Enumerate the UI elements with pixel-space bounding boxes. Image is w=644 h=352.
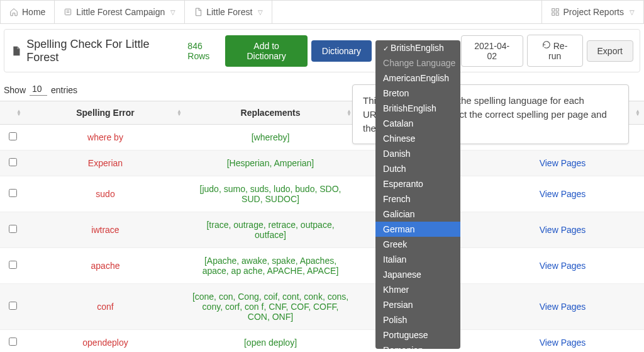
sort-icon: ▲▼ <box>635 110 640 116</box>
row-checkbox[interactable] <box>9 132 17 140</box>
nav-home[interactable]: Home <box>1 1 55 23</box>
nav-reports-label: Project Reports <box>564 7 624 17</box>
language-option[interactable]: Danish <box>375 146 460 161</box>
grid-icon <box>551 8 560 16</box>
language-option[interactable]: Italian <box>375 252 460 267</box>
svg-rect-4 <box>556 9 558 11</box>
svg-rect-6 <box>556 13 558 15</box>
svg-rect-5 <box>552 13 554 15</box>
sort-icon: ▲▼ <box>16 110 21 116</box>
nav-campaign[interactable]: Little Forest Campaign ▽ <box>55 1 185 23</box>
page-icon <box>11 45 21 57</box>
col-spelling-error[interactable]: Spelling Error▲▼ <box>25 101 186 125</box>
table-row: apache[Apache, awake, spake, Apaches, ap… <box>0 248 644 284</box>
campaign-icon <box>64 8 72 16</box>
language-option[interactable]: Persian <box>375 297 460 312</box>
home-icon <box>9 8 18 16</box>
page-title: Spelling Check For Little Forest <box>26 38 179 64</box>
svg-rect-3 <box>552 9 554 11</box>
sort-icon: ▲▼ <box>177 110 182 116</box>
chevron-down-icon: ▽ <box>630 9 635 16</box>
replacements-cell: [Hesperian, Amperian] <box>186 150 355 176</box>
language-option[interactable]: Esperanto <box>375 176 460 191</box>
language-option[interactable]: Breton <box>375 86 460 101</box>
spelling-error-cell: conf <box>25 284 186 330</box>
spelling-error-cell: apache <box>25 248 186 284</box>
language-option[interactable]: Portuguese <box>375 327 460 343</box>
spelling-error-cell: opendeploy <box>25 330 186 353</box>
spelling-error-cell: Experian <box>25 150 186 176</box>
nav-forest[interactable]: Little Forest ▽ <box>185 1 272 23</box>
language-option[interactable]: German <box>375 222 460 237</box>
add-to-dictionary-button[interactable]: Add to Dictionary <box>225 35 307 67</box>
language-option[interactable]: Galician <box>375 207 460 222</box>
view-pages-link[interactable]: View Pages <box>540 302 586 312</box>
entries-show-label: Show <box>4 85 26 95</box>
replacements-cell: [whereby] <box>186 125 355 150</box>
replacements-cell: [cone, con, Cong, coif, cont, conk, cons… <box>186 284 355 330</box>
spelling-error-cell: where by <box>25 125 186 150</box>
row-checkbox[interactable] <box>9 189 17 197</box>
table-row: conf[cone, con, Cong, coif, cont, conk, … <box>0 284 644 330</box>
language-option[interactable]: Greek <box>375 237 460 252</box>
chevron-down-icon: ▽ <box>170 9 175 16</box>
language-option-selected[interactable]: BritishEnglish <box>375 40 460 55</box>
row-checkbox[interactable] <box>9 261 17 269</box>
nav-campaign-label: Little Forest Campaign <box>76 7 165 17</box>
rerun-button[interactable]: Re-run <box>527 35 583 67</box>
table-row: sudo[judo, sumo, suds, ludo, budo, SDO, … <box>0 176 644 212</box>
nav-home-label: Home <box>22 7 45 17</box>
replacements-cell: [Apache, awake, spake, Apaches, apace, a… <box>186 248 355 284</box>
language-dropdown: BritishEnglish Change Language AmericanE… <box>375 40 460 349</box>
language-option[interactable]: Chinese <box>375 131 460 146</box>
language-option[interactable]: Khmer <box>375 282 460 297</box>
row-checkbox[interactable] <box>9 158 17 166</box>
dictionary-button[interactable]: Dictionary <box>311 40 372 62</box>
page-header: Spelling Check For Little Forest 846 Row… <box>4 29 640 72</box>
language-option[interactable]: AmericanEnglish <box>375 71 460 86</box>
view-pages-link[interactable]: View Pages <box>540 261 586 271</box>
view-pages-link[interactable]: View Pages <box>540 338 586 348</box>
view-pages-link[interactable]: View Pages <box>540 225 586 235</box>
spelling-error-cell: sudo <box>25 176 186 212</box>
table-row: Experian[Hesperian, Amperian]View Pages <box>0 150 644 176</box>
nav-forest-label: Little Forest <box>206 7 252 17</box>
replacements-cell: [open deploy] <box>186 330 355 353</box>
row-checkbox[interactable] <box>9 338 17 346</box>
entries-count-select[interactable]: 10 <box>30 84 47 96</box>
language-option[interactable]: BritishEnglish <box>375 101 460 116</box>
entries-label: entries <box>51 85 77 95</box>
rerun-label: Re-run <box>548 41 567 61</box>
language-option[interactable]: Polish <box>375 312 460 327</box>
view-pages-link[interactable]: View Pages <box>540 158 586 168</box>
col-replacements[interactable]: Replacements▲▼ <box>186 101 355 125</box>
top-nav: Home Little Forest Campaign ▽ Little For… <box>0 0 644 24</box>
sort-icon: ▲▼ <box>347 110 352 116</box>
table-row: iwtrace[trace, outrage, retrace, outpace… <box>0 212 644 248</box>
view-pages-link[interactable]: View Pages <box>540 189 586 199</box>
replacements-cell: [trace, outrage, retrace, outpace, outfa… <box>186 212 355 248</box>
table-row: opendeploy[open deploy]View Pages <box>0 330 644 353</box>
language-change-label: Change Language <box>375 55 460 71</box>
svg-rect-0 <box>65 9 71 14</box>
reload-icon <box>542 40 551 49</box>
col-checkbox[interactable]: ▲▼ <box>0 101 25 125</box>
replacements-cell: [judo, sumo, suds, ludo, budo, SDO, SUD,… <box>186 176 355 212</box>
nav-spacer <box>272 1 541 23</box>
table-body: where by[whereby]View PagesExperian[Hesp… <box>0 125 644 353</box>
chevron-down-icon: ▽ <box>258 9 263 16</box>
language-option[interactable]: Dutch <box>375 161 460 176</box>
row-checkbox[interactable] <box>9 225 17 233</box>
doc-icon <box>194 8 203 16</box>
export-button[interactable]: Export <box>587 40 633 62</box>
language-option-list: AmericanEnglishBretonBritishEnglishCatal… <box>375 71 460 349</box>
language-option[interactable]: French <box>375 191 460 207</box>
language-option[interactable]: Romanian <box>375 343 460 349</box>
row-checkbox[interactable] <box>9 302 17 310</box>
date-button[interactable]: 2021-04-02 <box>461 35 523 67</box>
language-option[interactable]: Catalan <box>375 116 460 131</box>
row-count: 846 Rows <box>187 41 225 61</box>
language-option[interactable]: Japanese <box>375 267 460 282</box>
nav-reports[interactable]: Project Reports ▽ <box>542 1 643 23</box>
spelling-error-cell: iwtrace <box>25 212 186 248</box>
